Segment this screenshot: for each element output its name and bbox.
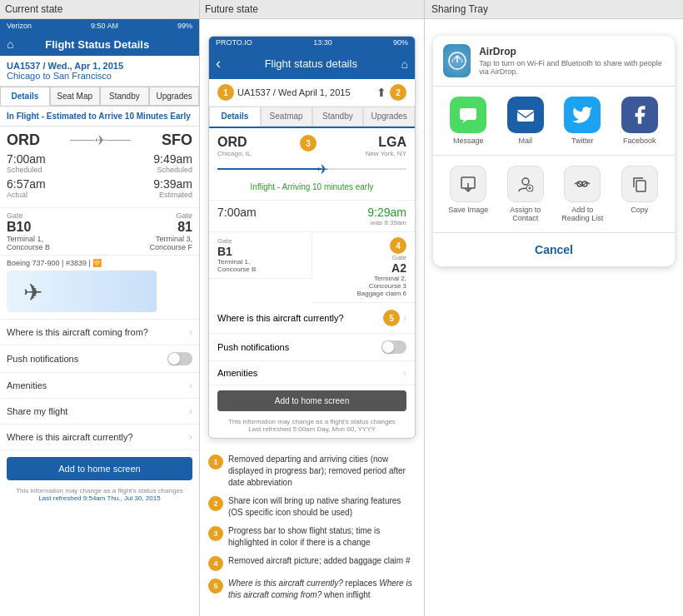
future-battery: 90% [393,38,408,47]
depart-actual-label: Actual [7,191,46,199]
cancel-button[interactable]: Cancel [433,233,675,266]
note-number-2: 2 [208,496,223,511]
push-toggle[interactable] [167,352,192,365]
future-flight-num: UA1537 / Wed April 1, 2015 [237,87,351,97]
current-status-bar: Verizon 9:50 AM 99% [0,19,199,32]
future-arrive-gate-val: A2 [321,261,406,275]
future-list-currently[interactable]: Where is this aircraft currently? 5 › [209,303,415,334]
future-footer-note: This information may change as a flight'… [217,418,406,425]
note-badge-3: 3 [300,135,317,152]
future-phone-frame: PROTO.IO 13:30 90% ‹ Flight status detai… [208,36,416,439]
tab-bar: Details Seat Map Standby Upgrades [0,87,199,107]
airdrop-title: AirDrop [479,46,665,57]
future-tab-seatmap[interactable]: Seatmap [261,107,312,127]
flight-times: ORD ✈ SFO 7:00am Scheduled [0,127,199,208]
future-add-home-button[interactable]: Add to home screen [217,390,406,411]
footer-note-text: This information may change as a flight'… [7,487,192,494]
future-list-label: Amenities [217,368,257,378]
note-number-3: 3 [208,526,223,541]
list-label: Where is this aircraft coming from? [7,327,148,337]
copy-label: Copy [631,206,648,214]
arrive-concourse: Concourse F [149,243,192,251]
arrive-terminal: Terminal 3, [149,235,192,243]
share-message[interactable]: Message [446,97,491,145]
status-banner: In Flight - Estimated to Arrive 10 Minut… [0,107,199,127]
tab-details[interactable]: Details [0,87,50,106]
future-carrier: PROTO.IO [216,38,252,47]
airdrop-text: AirDrop Tap to turn on Wi-Fi and Bluetoo… [479,46,665,76]
back-arrow-icon[interactable]: ‹ [216,55,221,72]
share-facebook[interactable]: Facebook [616,97,662,145]
arrive-sched-time: 9:49am [153,152,192,166]
action-copy[interactable]: Copy [616,166,662,222]
future-tab-upgrades[interactable]: Upgrades [363,107,415,127]
future-tab-details[interactable]: Details [209,107,261,127]
depart-sched-label: Scheduled [7,166,46,174]
future-flight-header: 1 UA1537 / Wed April 1, 2015 ⬆ 2 [209,79,415,107]
future-arrive-time: 9:29am [367,206,406,219]
mail-icon [507,97,544,133]
share-twitter[interactable]: Twitter [560,97,606,145]
home-icon[interactable]: ⌂ [7,37,13,51]
flight-info-header: UA1537 / Wed., Apr 1, 2015 Chicago to Sa… [0,56,199,87]
save-image-label: Save Image [448,206,488,214]
action-reading-list[interactable]: Add to Reading List [560,166,606,222]
chevron-icon: › [189,380,192,391]
current-app-header: ⌂ Flight Status Details [0,32,199,56]
future-state-label: Future state [200,0,424,19]
time-label: 9:50 AM [91,22,118,30]
note-text-1: Removed departing and arriving cities (n… [228,454,416,489]
depart-concourse: Concourse B [7,243,50,251]
note-text-3: Progress bar to show flight status; time… [228,525,416,549]
reading-list-icon [564,166,601,202]
action-assign-contact[interactable]: Assign to Contact [502,166,548,222]
progress-arrive-city: New York, NY [366,150,406,157]
progress-depart-city: Chicago, IL [217,150,251,157]
note-3: 3 Progress bar to show flight status; ti… [208,525,416,549]
future-times: 7:00am 9:29am was 9:39am [209,201,415,232]
tab-upgrades[interactable]: Upgrades [149,87,199,106]
future-home-icon[interactable]: ⌂ [401,57,408,71]
airdrop-icon [443,44,471,77]
tab-standby[interactable]: Standby [100,87,150,106]
list-item-push[interactable]: Push notifications [0,345,199,373]
list-item-currently[interactable]: Where is this aircraft currently? › [0,425,199,450]
current-state-panel: Current state Verizon 9:50 AM 99% ⌂ Flig… [0,0,200,616]
aircraft-label: Boeing 737-900 | #3839 | 🛜 [7,259,192,267]
add-home-button[interactable]: Add to home screen [7,457,192,480]
plane-icon: ✈ [23,279,42,306]
note-text-2: Share icon will bring up native sharing … [228,495,416,519]
note-number-5: 5 [208,579,223,594]
aircraft-section: Boeing 737-900 | #3839 | 🛜 ✈ [0,256,199,320]
share-icon[interactable]: ⬆ [376,86,386,99]
progress-line [217,168,406,170]
note-number-4: 4 [208,556,223,571]
list-item-amenities[interactable]: Amenities › [0,373,199,399]
future-tab-bar: Details Seatmap Standby Upgrades [209,107,415,128]
share-icons-row: Message Mail Twitter [433,87,675,156]
chevron-icon: › [189,326,192,338]
note-1: 1 Removed departing and arriving cities … [208,454,416,489]
tab-seatmap[interactable]: Seat Map [50,87,100,106]
message-icon [450,97,486,133]
future-app-header: ‹ Flight status details ⌂ [209,48,415,79]
list-label: Where is this aircraft currently? [7,432,133,442]
future-tab-standby[interactable]: Standby [312,107,364,127]
action-save-image[interactable]: Save Image [446,166,491,222]
facebook-label: Facebook [623,137,656,145]
aircraft-image: ✈ [7,271,157,312]
action-icons-row: Save Image Assign to Contact Add to Read… [433,156,675,233]
share-mail[interactable]: Mail [502,97,548,145]
future-push-toggle[interactable] [381,340,406,354]
note-badge-5: 5 [383,310,400,326]
list-item-share[interactable]: Share my flight › [0,399,199,425]
twitter-icon [564,97,601,133]
future-list-push[interactable]: Push notifications [209,334,415,361]
future-arrive-concourse: Concourse 3 [321,282,406,290]
list-item-coming-from[interactable]: Where is this aircraft coming from? › [0,320,199,345]
facebook-icon [621,97,658,133]
future-footer-refresh: Last refreshed 5:00am Day, Mon 00, YYYY [217,425,406,433]
depart-sched-time: 7:00am [7,152,46,166]
battery-label: 99% [177,22,192,30]
future-list-amenities[interactable]: Amenities › [209,361,415,385]
